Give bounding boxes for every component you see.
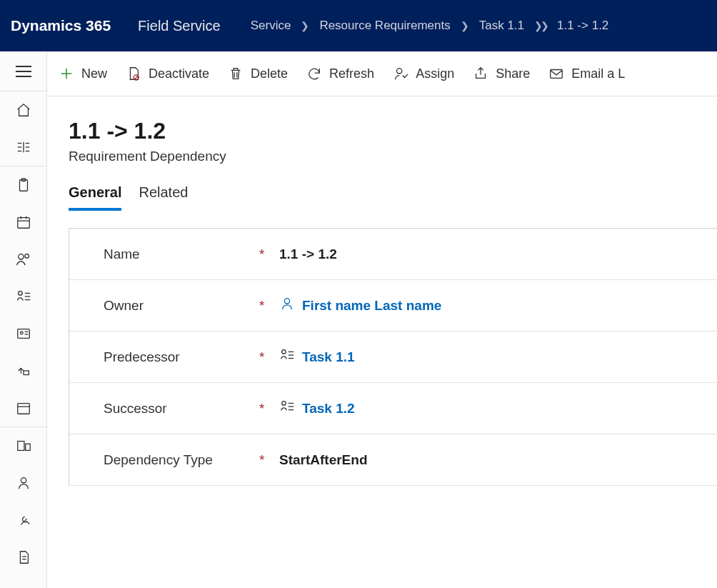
record-content: 1.1 -> 1.2 Requirement Dependency Genera… [47,96,717,588]
field-name-value[interactable]: 1.1 -> 1.2 [279,246,717,262]
top-header: Dynamics 365 Field Service Service ❯ Res… [0,0,717,51]
svg-point-44 [284,299,289,304]
svg-point-17 [24,254,29,259]
new-label: New [81,66,107,81]
hamburger-button[interactable] [0,51,46,91]
document-icon [16,549,31,565]
field-owner-row: Owner * First name Last name [69,280,717,332]
field-name-row: Name * 1.1 -> 1.2 [69,229,717,280]
svg-rect-31 [17,442,24,451]
delete-label: Delete [251,66,288,81]
toolbox-icon [16,363,31,379]
required-indicator: * [259,298,279,314]
hamburger-icon [15,65,32,78]
breadcrumb-area[interactable]: Service [251,19,291,33]
home-icon [16,102,31,118]
people-icon [16,251,31,267]
field-successor-value[interactable]: Task 1.2 [279,399,717,418]
required-indicator: * [259,246,279,262]
svg-point-45 [282,350,286,354]
trash-icon [228,66,244,81]
sidebar-item-service[interactable] [0,352,47,389]
calendar-icon [16,214,31,230]
plus-icon [59,66,74,81]
email-icon [548,66,564,81]
svg-rect-27 [17,404,29,414]
svg-point-18 [18,291,22,296]
refresh-label: Refresh [329,66,374,81]
person-icon [16,475,31,491]
main: New Deactivate Delete Refresh Assign Sha… [47,51,717,588]
tab-related[interactable]: Related [139,184,188,211]
sitemap-icon [16,139,31,155]
field-owner-label: Owner [104,298,259,314]
sidebar-item-panels[interactable] [0,427,47,464]
breadcrumb-record-parent[interactable]: Task 1.1 [479,19,524,33]
field-successor-label: Successor [104,401,259,417]
person-list-icon [16,289,31,304]
sidebar [0,51,47,588]
assign-label: Assign [416,66,454,81]
panels-icon [16,438,31,454]
sidebar-item-sitemap[interactable] [0,129,47,166]
app-title: Dynamics 365 [11,17,111,34]
sidebar-item-document[interactable] [0,539,47,576]
new-button[interactable]: New [59,66,107,81]
required-indicator: * [259,452,279,468]
wrench-icon [16,512,31,528]
assign-icon [393,66,408,81]
svg-point-33 [21,478,26,483]
svg-point-23 [20,332,23,334]
share-label: Share [496,66,530,81]
sidebar-item-person[interactable] [0,464,47,502]
sidebar-item-card[interactable] [0,315,47,352]
field-successor-link[interactable]: Task 1.2 [302,401,355,417]
breadcrumb-record: 1.1 -> 1.2 [557,19,608,33]
id-card-icon [16,326,31,342]
chevron-right-icon: ❯ [461,20,469,31]
svg-rect-32 [25,444,29,450]
command-bar: New Deactivate Delete Refresh Assign Sha… [47,51,717,96]
field-predecessor-link[interactable]: Task 1.1 [302,349,355,365]
deactivate-label: Deactivate [149,66,209,81]
delete-button[interactable]: Delete [228,66,288,81]
email-label: Email a L [571,66,625,81]
form-panel: Name * 1.1 -> 1.2 Owner * First name Las… [69,228,717,486]
sidebar-item-home[interactable] [0,91,47,129]
sidebar-item-people[interactable] [0,241,47,278]
field-name-label: Name [104,246,259,262]
tab-general[interactable]: General [69,184,121,211]
assign-button[interactable]: Assign [393,66,454,81]
svg-point-16 [18,254,23,259]
sidebar-item-clipboard[interactable] [0,166,47,204]
person-icon [279,296,295,315]
sidebar-item-calendar[interactable] [0,204,47,241]
email-button[interactable]: Email a L [548,66,625,81]
field-predecessor-row: Predecessor * Task 1.1 [69,332,717,383]
field-dependency-type-row: Dependency Type * StartAfterEnd [69,434,717,486]
deactivate-button[interactable]: Deactivate [126,66,209,81]
field-owner-link[interactable]: First name Last name [302,298,441,314]
field-owner-value[interactable]: First name Last name [279,296,717,315]
breadcrumb: Service ❯ Resource Requirements ❯ Task 1… [248,19,612,33]
field-name-text: 1.1 -> 1.2 [279,246,337,262]
field-predecessor-label: Predecessor [104,349,259,365]
app-subtitle[interactable]: Field Service [138,18,221,34]
refresh-icon [306,66,322,81]
svg-point-42 [397,69,402,74]
record-entity-name: Requirement Dependency [69,149,717,164]
field-dependency-type-value[interactable]: StartAfterEnd [279,452,717,468]
share-button[interactable]: Share [473,66,530,81]
person-list-icon [279,347,295,367]
field-predecessor-value[interactable]: Task 1.1 [279,347,717,367]
sidebar-item-schedule[interactable] [0,389,47,427]
share-icon [473,66,488,81]
required-indicator: * [259,401,279,417]
sidebar-item-resource-list[interactable] [0,278,47,315]
svg-rect-12 [17,218,29,229]
sidebar-item-wrench[interactable] [0,502,47,539]
field-dependency-type-text: StartAfterEnd [279,452,368,468]
field-dependency-type-label: Dependency Type [104,452,259,468]
breadcrumb-parent[interactable]: Resource Requirements [319,19,450,33]
refresh-button[interactable]: Refresh [306,66,374,81]
